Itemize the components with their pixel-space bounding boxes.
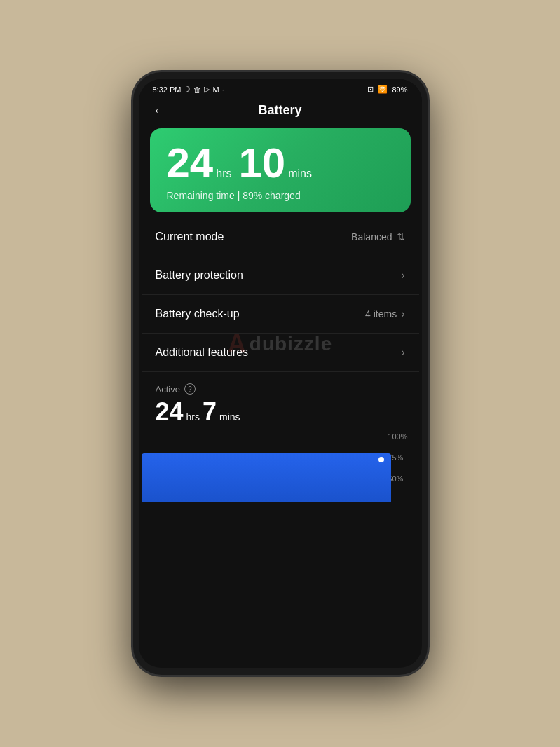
screen-record-icon: ⊡: [367, 85, 374, 94]
current-mode-value: Balanced ⇅: [351, 231, 404, 242]
phone-wrapper: 8:32 PM ☽ 🗑 ▷ M · ⊡ 🛜 89%: [133, 72, 428, 675]
additional-features-chevron: ›: [401, 346, 404, 359]
battery-checkup-label: Battery check-up: [156, 308, 240, 320]
battery-status: 89%: [392, 85, 407, 94]
battery-checkup-item[interactable]: Battery check-up 4 items ›: [142, 295, 419, 334]
active-time-display: 24 hrs 7 mins: [156, 397, 405, 427]
additional-features-right: ›: [401, 346, 404, 359]
status-right: ⊡ 🛜 89%: [367, 85, 407, 94]
email-icon: M: [212, 85, 219, 94]
chart-labels: 100% 75% 50%: [388, 432, 407, 483]
battery-protection-chevron: ›: [401, 269, 404, 282]
alarm-icon: 🗑: [193, 85, 201, 94]
chart-label-100: 100%: [388, 432, 407, 441]
active-mins-label: mins: [219, 411, 240, 423]
active-label-row: Active ?: [156, 383, 405, 395]
battery-time-display: 24 hrs 10 mins: [167, 142, 394, 184]
battery-card: 24 hrs 10 mins Remaining time | 89% char…: [150, 128, 411, 212]
active-text: Active: [156, 384, 180, 395]
wifi-icon: 🛜: [378, 85, 388, 94]
cast-icon: ▷: [204, 85, 210, 94]
help-icon: ?: [184, 383, 196, 395]
battery-percent: 89%: [392, 85, 407, 94]
phone-screen: 8:32 PM ☽ 🗑 ▷ M · ⊡ 🛜 89%: [139, 79, 422, 668]
battery-chart: 100% 75% 50%: [142, 432, 419, 502]
settings-list: Current mode Balanced ⇅ Battery protecti…: [139, 218, 422, 668]
nav-bar-inner: ← Battery: [153, 102, 408, 118]
phone-frame: 8:32 PM ☽ 🗑 ▷ M · ⊡ 🛜 89%: [133, 72, 428, 675]
active-mins: 7: [203, 397, 217, 427]
status-bar: 8:32 PM ☽ 🗑 ▷ M · ⊡ 🛜 89%: [139, 79, 422, 97]
remaining-hours: 24: [167, 142, 214, 184]
active-hrs-label: hrs: [186, 411, 200, 423]
battery-subtitle: Remaining time | 89% charged: [167, 190, 394, 201]
page-title: Battery: [258, 103, 301, 118]
remaining-mins: 10: [238, 142, 285, 184]
additional-features-item[interactable]: Additional features ›: [142, 334, 419, 372]
battery-protection-right: ›: [401, 269, 404, 282]
active-hours: 24: [156, 397, 184, 427]
battery-protection-item[interactable]: Battery protection ›: [142, 256, 419, 295]
chart-bar: [142, 453, 391, 502]
back-button[interactable]: ←: [153, 102, 167, 118]
battery-protection-label: Battery protection: [156, 269, 243, 282]
hours-label: hrs: [216, 167, 231, 180]
dot-indicator: ·: [222, 85, 224, 94]
balanced-value: Balanced: [351, 231, 392, 242]
additional-features-label: Additional features: [156, 346, 249, 359]
nav-bar: ← Battery: [139, 97, 422, 123]
checkup-items-count: 4 items: [365, 308, 397, 320]
active-section: Active ? 24 hrs 7 mins: [142, 372, 419, 432]
current-mode-item[interactable]: Current mode Balanced ⇅: [142, 218, 419, 256]
mins-label: mins: [288, 167, 312, 180]
time-label: 8:32 PM: [153, 85, 182, 94]
status-left: 8:32 PM ☽ 🗑 ▷ M ·: [153, 85, 224, 94]
chart-label-75: 75%: [388, 453, 407, 462]
current-mode-label: Current mode: [156, 231, 224, 243]
chart-dot: [377, 455, 385, 464]
battery-checkup-chevron: ›: [401, 308, 404, 320]
battery-checkup-right: 4 items ›: [365, 308, 404, 320]
moon-icon: ☽: [184, 85, 191, 94]
updown-icon: ⇅: [397, 231, 405, 242]
chart-label-50: 50%: [388, 474, 407, 483]
